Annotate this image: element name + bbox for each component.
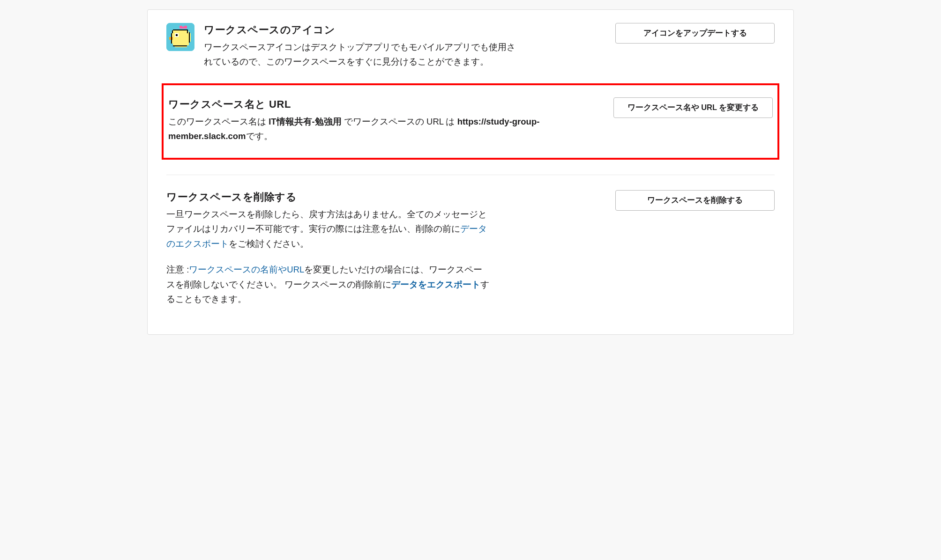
name-url-desc-mid: でワークスペースの URL は (342, 117, 457, 126)
export-data-link[interactable]: データをエクスポート (391, 280, 480, 289)
change-name-url-button[interactable]: ワークスペース名や URL を変更する (613, 97, 773, 118)
name-url-desc-prefix: このワークスペース名は (168, 117, 269, 126)
icon-section-content: ワークスペースのアイコン ワークスペースアイコンはデスクトップアプリでもモバイル… (204, 23, 523, 69)
name-url-section: ワークスペース名と URL このワークスペース名は IT情報共有-勉強用 でワー… (168, 97, 773, 144)
delete-section-content: ワークスペースを削除する 一旦ワークスペースを削除したら、戻す方法はありません。… (166, 190, 490, 307)
svg-rect-16 (189, 32, 190, 43)
icon-section-description: ワークスペースアイコンはデスクトップアプリでもモバイルアプリでも使用されているの… (204, 40, 523, 69)
icon-section-title: ワークスペースのアイコン (204, 23, 523, 37)
workspace-name-value: IT情報共有-勉強用 (269, 117, 342, 126)
svg-rect-13 (172, 30, 173, 33)
workspace-icon-section: ワークスペースのアイコン ワークスペースアイコンはデスクトップアプリでもモバイル… (148, 23, 793, 69)
svg-rect-14 (187, 29, 188, 33)
delete-desc-part2: をご検討ください。 (229, 239, 309, 249)
note-prefix: 注意 : (166, 265, 189, 274)
delete-section-description: 一旦ワークスペースを削除したら、戻す方法はありません。全てのメッセージとファイル… (166, 207, 490, 251)
section-divider (166, 175, 775, 175)
svg-rect-17 (173, 45, 187, 46)
name-url-section-title: ワークスペース名と URL (168, 97, 599, 111)
delete-workspace-section: ワークスペースを削除する 一旦ワークスペースを削除したら、戻す方法はありません。… (148, 190, 793, 307)
svg-rect-8 (176, 34, 178, 36)
name-url-highlighted-section: ワークスペース名と URL このワークスペース名は IT情報共有-勉強用 でワー… (162, 83, 779, 160)
delete-desc-part1: 一旦ワークスペースを削除したら、戻す方法はありません。全てのメッセージとファイル… (166, 209, 487, 234)
settings-panel: ワークスペースのアイコン ワークスペースアイコンはデスクトップアプリでもモバイル… (147, 9, 794, 335)
svg-rect-10 (184, 26, 187, 29)
icon-section-left: ワークスペースのアイコン ワークスペースアイコンはデスクトップアプリでもモバイル… (166, 23, 523, 69)
name-url-desc-suffix: です。 (246, 131, 273, 141)
name-url-section-left: ワークスペース名と URL このワークスペース名は IT情報共有-勉強用 でワー… (168, 97, 599, 144)
svg-rect-9 (179, 26, 182, 29)
svg-rect-15 (171, 33, 172, 44)
change-name-url-link[interactable]: ワークスペースの名前やURL (189, 265, 304, 274)
svg-rect-12 (173, 29, 187, 30)
delete-section-left: ワークスペースを削除する 一旦ワークスペースを削除したら、戻す方法はありません。… (166, 190, 490, 307)
update-icon-button[interactable]: アイコンをアップデートする (615, 23, 775, 44)
svg-rect-11 (182, 27, 184, 29)
delete-note-paragraph: 注意 :ワークスペースの名前やURLを変更したいだけの場合には、ワークスペースを… (166, 262, 490, 306)
name-url-section-description: このワークスペース名は IT情報共有-勉強用 でワークスペースの URL は h… (168, 114, 599, 144)
delete-workspace-button[interactable]: ワークスペースを削除する (615, 190, 775, 211)
delete-section-title: ワークスペースを削除する (166, 190, 490, 204)
workspace-avatar-icon (166, 23, 194, 51)
